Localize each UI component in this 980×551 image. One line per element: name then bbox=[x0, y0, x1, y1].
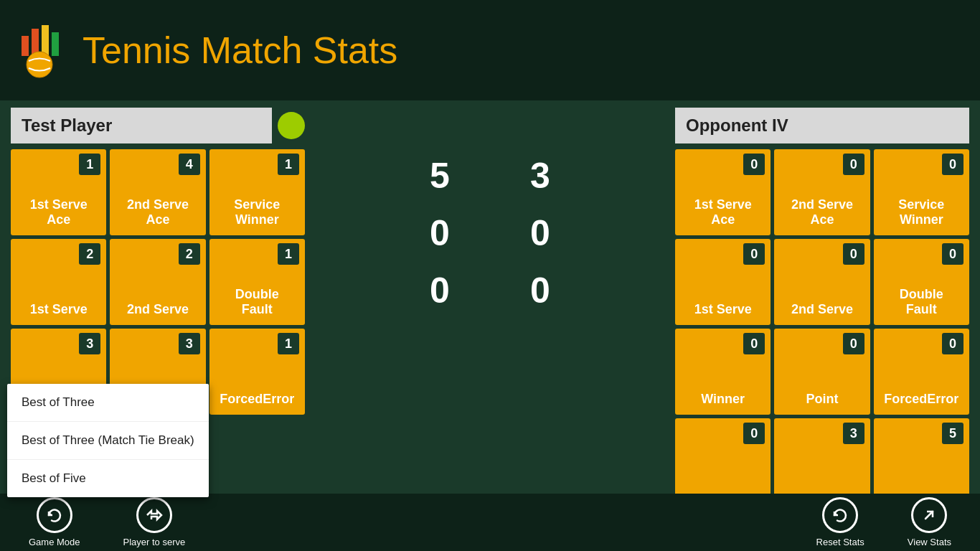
p2-count-winner: 0 bbox=[743, 333, 765, 354]
player-serve-label: Player to serve bbox=[123, 537, 186, 547]
p1-count-winner: 3 bbox=[79, 333, 100, 354]
p2-label-service-winner: ServiceWinner bbox=[898, 197, 944, 228]
player1-name-row: Test Player bbox=[11, 108, 305, 143]
score-p1-set1: 5 bbox=[418, 155, 461, 197]
p2-tile-extra2[interactable]: 3 bbox=[774, 418, 870, 504]
player2-name-row: Opponent IV bbox=[675, 108, 969, 143]
p2-label-1st-serve: 1st Serve bbox=[694, 302, 752, 318]
p2-count-double-fault: 0 bbox=[942, 243, 963, 265]
p2-tile-forced-error[interactable]: 0 ForcedError bbox=[874, 329, 969, 415]
player2-tiles: 0 1st ServeAce 0 2nd ServeAce 0 ServiceW… bbox=[675, 149, 969, 504]
svg-rect-3 bbox=[52, 32, 59, 56]
p1-count-1st-serve-ace: 1 bbox=[79, 154, 100, 175]
p2-count-extra2: 3 bbox=[843, 423, 864, 444]
game-mode-dropdown[interactable]: Best of Three Best of Three (Match Tie B… bbox=[7, 384, 209, 497]
score-panel: 5 3 0 0 0 0 bbox=[312, 108, 668, 319]
toolbar-right: Reset Stats View Stats bbox=[816, 497, 951, 547]
app-title: Tennis Match Stats bbox=[83, 29, 397, 72]
dropdown-item-best-of-three[interactable]: Best of Three bbox=[7, 384, 209, 422]
p2-tile-extra1[interactable]: 0 bbox=[675, 418, 771, 504]
p1-label-service-winner: ServiceWinner bbox=[234, 197, 280, 228]
p2-count-forced-error: 0 bbox=[942, 333, 963, 354]
reset-stats-label: Reset Stats bbox=[816, 537, 864, 547]
p2-tile-winner[interactable]: 0 Winner bbox=[675, 329, 771, 415]
view-stats-label: View Stats bbox=[908, 537, 951, 547]
view-stats-button[interactable]: View Stats bbox=[908, 497, 951, 547]
p1-tile-forced-error[interactable]: 1 ForcedError bbox=[209, 329, 305, 415]
p1-label-1st-serve: 1st Serve bbox=[30, 302, 88, 318]
p2-tile-2nd-serve[interactable]: 0 2nd Serve bbox=[774, 239, 870, 325]
score-row-1: 5 3 bbox=[418, 147, 562, 204]
p1-count-forced-error: 1 bbox=[278, 333, 299, 354]
p1-label-1st-serve-ace: 1st ServeAce bbox=[30, 197, 88, 228]
p1-tile-2nd-serve[interactable]: 2 2nd Serve bbox=[110, 239, 205, 325]
p1-tile-service-winner[interactable]: 1 ServiceWinner bbox=[209, 149, 305, 235]
p2-tile-1st-serve[interactable]: 0 1st Serve bbox=[675, 239, 771, 325]
p1-count-2nd-serve-ace: 4 bbox=[179, 154, 200, 175]
p2-tile-extra3[interactable]: 5 bbox=[874, 418, 969, 504]
p2-label-winner: Winner bbox=[701, 392, 745, 408]
app-header: Tennis Match Stats bbox=[0, 0, 980, 100]
p2-count-extra3: 5 bbox=[942, 423, 963, 444]
p2-tile-service-winner[interactable]: 0 ServiceWinner bbox=[874, 149, 969, 235]
p1-tile-2nd-serve-ace[interactable]: 4 2nd ServeAce bbox=[110, 149, 205, 235]
score-p1-set2: 0 bbox=[418, 212, 461, 254]
bottom-toolbar: Game Mode Player to serve Reset Stats bbox=[0, 494, 980, 551]
p2-count-2nd-serve-ace: 0 bbox=[843, 154, 864, 175]
p1-tile-double-fault[interactable]: 1 DoubleFault bbox=[209, 239, 305, 325]
dropdown-item-best-of-three-tb[interactable]: Best of Three (Match Tie Break) bbox=[7, 422, 209, 460]
p1-tile-1st-serve[interactable]: 2 1st Serve bbox=[11, 239, 106, 325]
p1-label-forced-error: ForcedError bbox=[220, 392, 294, 408]
p1-count-1st-serve: 2 bbox=[79, 243, 100, 265]
p2-tile-2nd-serve-ace[interactable]: 0 2nd ServeAce bbox=[774, 149, 870, 235]
p1-count-2nd-serve: 2 bbox=[179, 243, 200, 265]
view-stats-icon[interactable] bbox=[911, 497, 947, 533]
p1-count-double-fault: 1 bbox=[278, 243, 299, 265]
score-p2-set1: 3 bbox=[519, 155, 562, 197]
reset-stats-button[interactable]: Reset Stats bbox=[816, 497, 864, 547]
p2-tile-1st-serve-ace[interactable]: 0 1st ServeAce bbox=[675, 149, 771, 235]
p2-tile-point[interactable]: 0 Point bbox=[774, 329, 870, 415]
p2-label-double-fault: DoubleFault bbox=[900, 287, 943, 318]
p2-count-2nd-serve: 0 bbox=[843, 243, 864, 265]
score-p2-set2: 0 bbox=[519, 212, 562, 254]
p2-count-1st-serve: 0 bbox=[743, 243, 765, 265]
score-row-3: 0 0 bbox=[418, 262, 562, 319]
app-logo bbox=[14, 22, 72, 79]
p2-label-1st-serve-ace: 1st ServeAce bbox=[694, 197, 752, 228]
p1-label-double-fault: DoubleFault bbox=[235, 287, 279, 318]
game-mode-icon[interactable] bbox=[37, 497, 72, 533]
game-mode-label: Game Mode bbox=[29, 537, 80, 547]
p2-tile-double-fault[interactable]: 0 DoubleFault bbox=[874, 239, 969, 325]
game-mode-button[interactable]: Game Mode bbox=[29, 497, 80, 547]
p1-label-2nd-serve-ace: 2nd ServeAce bbox=[127, 197, 189, 228]
player1-name: Test Player bbox=[11, 108, 272, 143]
score-p2-set3: 0 bbox=[519, 270, 562, 311]
p1-count-point: 3 bbox=[179, 333, 200, 354]
logo-container: Tennis Match Stats bbox=[14, 22, 397, 79]
p2-count-1st-serve-ace: 0 bbox=[743, 154, 765, 175]
svg-rect-2 bbox=[42, 25, 49, 56]
p2-label-2nd-serve: 2nd Serve bbox=[791, 302, 853, 318]
reset-stats-icon[interactable] bbox=[822, 497, 858, 533]
p2-label-point: Point bbox=[806, 392, 838, 408]
p1-count-service-winner: 1 bbox=[278, 154, 299, 175]
player2-name: Opponent IV bbox=[675, 108, 969, 143]
player-serve-button[interactable]: Player to serve bbox=[123, 497, 186, 547]
player2-panel: Opponent IV 0 1st ServeAce 0 2nd ServeAc… bbox=[675, 108, 969, 504]
p2-count-point: 0 bbox=[843, 333, 864, 354]
player-serve-icon[interactable] bbox=[136, 497, 172, 533]
svg-point-4 bbox=[27, 52, 52, 77]
svg-rect-0 bbox=[22, 36, 29, 56]
dropdown-item-best-of-five[interactable]: Best of Five bbox=[7, 460, 209, 497]
p1-tile-1st-serve-ace[interactable]: 1 1st ServeAce bbox=[11, 149, 106, 235]
p1-label-2nd-serve: 2nd Serve bbox=[127, 302, 189, 318]
p2-label-forced-error: ForcedError bbox=[884, 392, 958, 408]
p2-count-service-winner: 0 bbox=[942, 154, 963, 175]
serving-indicator bbox=[278, 112, 305, 139]
score-row-2: 0 0 bbox=[418, 204, 562, 262]
score-p1-set3: 0 bbox=[418, 270, 461, 311]
p2-label-2nd-serve-ace: 2nd ServeAce bbox=[791, 197, 853, 228]
p2-count-extra1: 0 bbox=[743, 423, 765, 444]
